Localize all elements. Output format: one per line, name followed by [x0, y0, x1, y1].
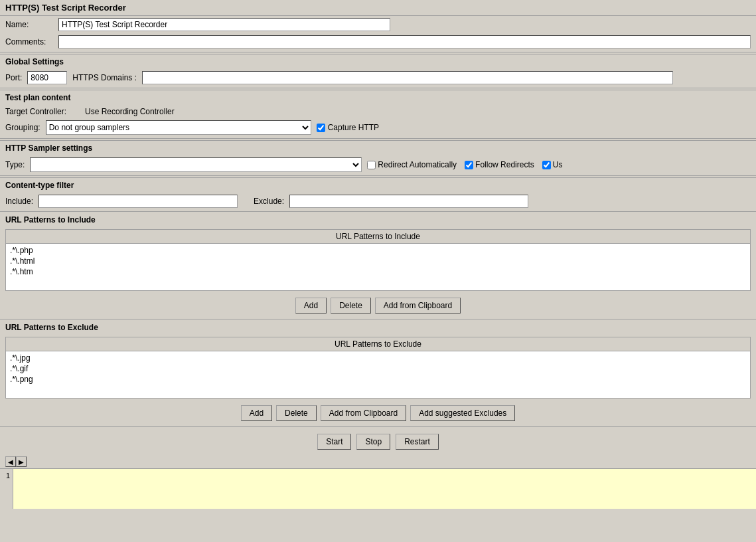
exclude-add-suggested-button[interactable]: Add suggested Excludes	[410, 405, 515, 421]
name-input[interactable]	[58, 18, 390, 31]
target-controller-label: Target Controller:	[5, 107, 85, 116]
capture-http-checkbox[interactable]	[317, 124, 325, 132]
target-controller-row: Target Controller: Use Recording Control…	[0, 105, 756, 118]
app-title: HTTP(S) Test Script Recorder	[5, 3, 126, 13]
url-exclude-panel-content: .*\.jpg .*\.gif .*\.png	[6, 351, 750, 398]
content-type-filter-header: Content-type filter	[0, 177, 756, 193]
capture-http-label: Capture HTTP	[328, 123, 379, 132]
include-item-2[interactable]: .*\.htm	[7, 266, 749, 277]
include-add-button[interactable]: Add	[295, 298, 327, 314]
comments-input[interactable]	[58, 35, 751, 48]
redirect-auto-item: Redirect Automatically	[367, 160, 457, 169]
exclude-item-1[interactable]: .*\.gif	[7, 363, 749, 374]
url-include-section-label: URL Patterns to Include	[0, 213, 756, 226]
follow-redirects-item: Follow Redirects	[465, 160, 534, 169]
redirect-auto-label: Redirect Automatically	[378, 160, 457, 169]
https-domains-label: HTTPS Domains :	[72, 73, 137, 82]
line-number-1: 1	[0, 469, 13, 509]
type-label: Type:	[5, 160, 25, 169]
name-label: Name:	[5, 20, 58, 29]
restart-button[interactable]: Restart	[396, 434, 439, 450]
exclude-add-button[interactable]: Add	[241, 405, 272, 421]
grouping-label: Grouping:	[5, 123, 40, 132]
content-filter-row: Include: Exclude:	[0, 193, 756, 210]
follow-redirects-label: Follow Redirects	[475, 160, 534, 169]
title-bar: HTTP(S) Test Script Recorder	[0, 0, 756, 16]
exclude-label: Exclude:	[254, 197, 284, 206]
https-domains-input[interactable]	[142, 71, 673, 84]
comments-label: Comments:	[5, 37, 58, 46]
include-label: Include:	[5, 197, 33, 206]
scroll-left-button[interactable]: ◀	[5, 456, 16, 467]
scroll-nav-area: ◀ ▶	[0, 455, 756, 468]
follow-redirects-checkbox[interactable]	[465, 161, 473, 169]
url-exclude-panel: URL Patterns to Exclude .*\.jpg .*\.gif …	[5, 337, 751, 399]
checkbox-group: Redirect Automatically Follow Redirects …	[367, 160, 562, 169]
exclude-button-row: Add Delete Add from Clipboard Add sugges…	[0, 401, 756, 425]
include-button-row: Add Delete Add from Clipboard	[0, 294, 756, 317]
stop-button[interactable]: Stop	[356, 434, 390, 450]
url-exclude-panel-header: URL Patterns to Exclude	[6, 337, 750, 351]
port-label: Port:	[5, 73, 22, 82]
exclude-add-clipboard-button[interactable]: Add from Clipboard	[321, 405, 406, 421]
url-exclude-section-label: URL Patterns to Exclude	[0, 321, 756, 334]
line-number-label: 1	[6, 472, 10, 480]
use-keepalive-checkbox[interactable]	[542, 161, 551, 169]
redirect-auto-checkbox[interactable]	[367, 161, 376, 169]
port-input[interactable]	[27, 71, 67, 84]
code-area-container: 1	[0, 468, 756, 509]
port-row: Port: HTTPS Domains :	[0, 69, 756, 86]
type-row: Type: Redirect Automatically Follow Redi…	[0, 155, 756, 174]
use-keepalive-item: Us	[542, 160, 563, 169]
start-button[interactable]: Start	[317, 434, 351, 450]
url-include-panel-content: .*\.php .*\.html .*\.htm	[6, 244, 750, 290]
bottom-buttons-row: Start Stop Restart	[0, 428, 756, 455]
code-editor-area[interactable]	[13, 469, 756, 509]
http-sampler-header: HTTP Sampler settings	[0, 140, 756, 155]
capture-http-group: Capture HTTP	[317, 123, 379, 132]
global-settings-header: Global Settings	[0, 54, 756, 69]
include-input[interactable]	[38, 195, 238, 208]
name-row: Name:	[0, 16, 756, 33]
main-container: Name: Comments: Global Settings Port: HT…	[0, 16, 756, 509]
include-item-0[interactable]: .*\.php	[7, 245, 749, 256]
exclude-delete-button[interactable]: Delete	[276, 405, 317, 421]
include-add-clipboard-button[interactable]: Add from Clipboard	[375, 298, 461, 314]
grouping-select[interactable]: Do not group samplers Put each group in …	[46, 120, 311, 135]
target-controller-value: Use Recording Controller	[85, 107, 175, 116]
use-keepalive-label: Us	[553, 160, 563, 169]
type-select[interactable]	[30, 157, 362, 172]
include-item-1[interactable]: .*\.html	[7, 256, 749, 266]
url-include-panel: URL Patterns to Include .*\.php .*\.html…	[5, 229, 751, 291]
comments-row: Comments:	[0, 33, 756, 50]
exclude-item-0[interactable]: .*\.jpg	[7, 353, 749, 363]
test-plan-header: Test plan content	[0, 90, 756, 105]
url-include-panel-header: URL Patterns to Include	[6, 230, 750, 244]
exclude-input[interactable]	[289, 195, 528, 208]
exclude-item-2[interactable]: .*\.png	[7, 374, 749, 385]
include-delete-button[interactable]: Delete	[331, 298, 371, 314]
grouping-row: Grouping: Do not group samplers Put each…	[0, 118, 756, 137]
scroll-right-button[interactable]: ▶	[16, 456, 27, 467]
